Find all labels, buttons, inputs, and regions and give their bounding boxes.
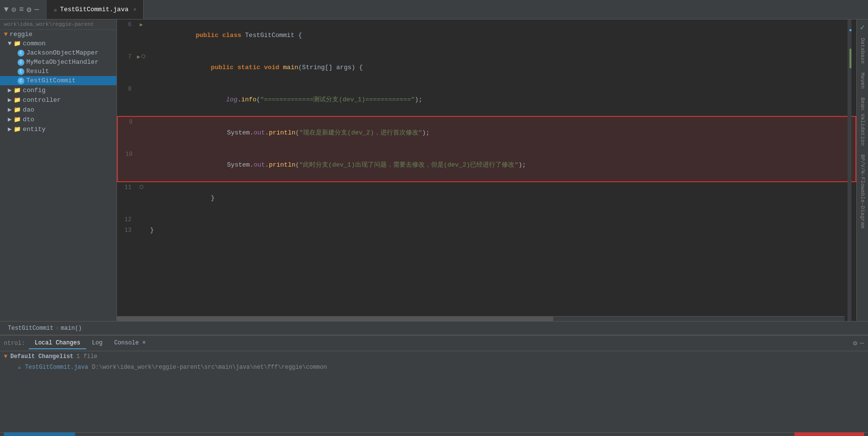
- breadcrumb-bar: TestGitCommit › main(): [0, 321, 868, 335]
- status-position[interactable]: 11:6: [631, 433, 655, 436]
- sidebar-item-mymetaobjecthandler[interactable]: C MyMetaObjectHandler: [0, 57, 116, 67]
- sidebar-item-dao[interactable]: ▶ 📁 dao: [0, 105, 116, 114]
- vertical-scrollbar[interactable]: [848, 19, 851, 321]
- status-build[interactable]: ⚒ Build: [118, 433, 151, 436]
- tab-label: TestGitCommit.java: [60, 6, 128, 13]
- changelist-count: 1 file: [76, 353, 97, 360]
- tab-bar: ☕ TestGitCommit.java ×: [47, 0, 144, 19]
- run-arrow-6[interactable]: ▶: [140, 19, 143, 30]
- tab-log[interactable]: Log: [86, 338, 109, 349]
- right-panel-flowable[interactable]: BP/V/N-Flowable-Diagram: [859, 151, 867, 232]
- line-gutter-6[interactable]: ▶: [136, 19, 146, 30]
- line-gutter-7[interactable]: ▶ ⬡: [136, 52, 146, 62]
- folder-collapse-icon: ▼: [8, 40, 12, 47]
- sidebar-label-dao: dao: [23, 106, 34, 114]
- sidebar-item-config[interactable]: ▶ 📁 config: [0, 85, 116, 95]
- status-event-log[interactable]: 🔔 Event Log: [744, 433, 794, 436]
- line-content-7: public static void main(String[] args) {: [148, 52, 856, 84]
- line-content-10: System.out.println("此时分支(dev_1)出现了问题，需要去…: [149, 149, 855, 181]
- code-line-7: 7 ▶ ⬡ public static void main(String[] a…: [117, 52, 856, 84]
- tab-local-changes[interactable]: Local Changes: [29, 338, 86, 349]
- sidebar-item-jacksonobjectmapper[interactable]: C JacksonObjectMapper: [0, 48, 116, 57]
- tab-console[interactable]: Console ×: [108, 338, 151, 349]
- line-content-11: }: [148, 182, 856, 214]
- change-marker: [849, 49, 851, 68]
- folder-icon-dto: 📁: [14, 116, 21, 123]
- sidebar-item-testgitcommit[interactable]: C TestGitCommit: [0, 76, 116, 85]
- status-java-enterprise[interactable]: ⊞ Java Enterprise: [151, 433, 219, 436]
- status-bar-right: commit dev_2 (3 minutes ago) 11:6 CRLF U…: [523, 433, 864, 436]
- horizontal-scrollbar[interactable]: [117, 316, 845, 321]
- right-panel-bean-validation[interactable]: Bean Validation: [859, 94, 867, 150]
- folder-icon-entity: 📁: [14, 126, 21, 133]
- sidebar-label-testgit: TestGitCommit: [26, 77, 75, 84]
- code-line-11: 11 ⬡ }: [117, 182, 856, 214]
- main-area: work\idea_work\reggie-parent ▼ reggie ▼ …: [0, 19, 868, 321]
- status-version-control[interactable]: ⎇ Version Control: [4, 433, 75, 436]
- dropdown-icon[interactable]: ▼: [4, 5, 9, 14]
- sidebar-label-jackson: JacksonObjectMapper: [26, 49, 98, 57]
- sidebar-item-result[interactable]: C Result: [0, 67, 116, 76]
- changelist-header[interactable]: ▼ Default Changelist 1 file: [0, 351, 868, 362]
- menu-icon[interactable]: ≡: [19, 5, 24, 14]
- status-line-ending[interactable]: CRLF: [655, 433, 679, 436]
- breadcrumb-class[interactable]: TestGitCommit: [8, 325, 54, 332]
- line-number-7: 7: [117, 52, 136, 62]
- line-number-13: 13: [117, 225, 136, 236]
- status-terminal[interactable]: ▣ Terminal: [75, 433, 118, 436]
- status-todo[interactable]: ≡ 6: TODO: [259, 433, 299, 436]
- bookmark-icon-7: ⬡: [141, 52, 146, 62]
- line-number-12: 12: [117, 214, 136, 225]
- status-indent[interactable]: 4 spaces: [706, 433, 744, 436]
- tab-close-button[interactable]: ×: [133, 7, 137, 13]
- checkmark-icon: ✓: [859, 21, 866, 33]
- changelist-file-row[interactable]: ☕ TestGitCommit.java D:\work\idea_work\r…: [0, 362, 868, 372]
- status-commit-info[interactable]: commit dev_2 (3 minutes ago): [523, 433, 631, 436]
- right-panel-maven[interactable]: Maven: [859, 69, 867, 93]
- right-panel: ✓ Database Maven Bean Validation BP/V/N-…: [856, 19, 868, 321]
- bookmark-icon-11: ⬡: [139, 182, 144, 193]
- sidebar-item-reggie[interactable]: ▼ reggie: [0, 30, 116, 39]
- java-icon-result: C: [18, 68, 24, 75]
- sync-icon[interactable]: ⊙: [12, 5, 17, 15]
- code-line-8: 8 log.info("=============测试分支(dev_1)====…: [117, 84, 856, 116]
- status-bar: ⎇ Version Control ▣ Terminal ⚒ Build ⊞ J…: [0, 432, 868, 436]
- breadcrumb-method[interactable]: main(): [61, 325, 82, 332]
- gear-icon-bottom[interactable]: ⚙: [853, 339, 857, 347]
- line-content-12: [148, 214, 856, 225]
- changelist-expand-icon[interactable]: ▼: [4, 353, 7, 360]
- minimize-icon[interactable]: —: [35, 5, 39, 14]
- close-icon-bottom[interactable]: —: [860, 339, 864, 347]
- folder-icon-controller: 📁: [14, 96, 21, 104]
- sidebar: work\idea_work\reggie-parent ▼ reggie ▼ …: [0, 19, 117, 321]
- folder-icon-common: 📁: [14, 40, 21, 47]
- top-bar: ▼ ⊙ ≡ ⚙ — ☕ TestGitCommit.java ×: [0, 0, 868, 19]
- status-encoding[interactable]: UTF-8: [679, 433, 706, 436]
- breadcrumb-sep: ›: [56, 325, 59, 332]
- line-content-6: public class TestGitCommit {: [148, 19, 856, 52]
- run-arrow-7[interactable]: ▶: [137, 52, 140, 62]
- sidebar-item-common[interactable]: ▼ 📁 common: [0, 39, 116, 48]
- right-panel-database[interactable]: Database: [859, 34, 867, 68]
- settings-icon[interactable]: ⚙: [27, 5, 32, 15]
- sidebar-item-entity[interactable]: ▶ 📁 entity: [0, 124, 116, 134]
- status-spring[interactable]: 🌿 Spring: [219, 433, 259, 436]
- folder-icon-config: 📁: [14, 87, 21, 94]
- code-editor[interactable]: 6 ▶ public class TestGitCommit { 7 ▶ ⬡: [117, 19, 856, 321]
- code-line-12: 12: [117, 214, 856, 225]
- folder-icon-dao: 📁: [14, 106, 21, 114]
- sidebar-root-label: reggie: [10, 31, 33, 38]
- sidebar-item-controller[interactable]: ▶ 📁 controller: [0, 95, 116, 105]
- line-content-8: log.info("=============测试分支(dev_1)======…: [148, 84, 856, 116]
- scrollbar-thumb-h[interactable]: [117, 317, 553, 321]
- sidebar-item-dto[interactable]: ▶ 📁 dto: [0, 114, 116, 124]
- file-type-icon: ☕: [18, 363, 21, 371]
- sidebar-label-controller: controller: [23, 96, 61, 104]
- status-git-branch[interactable]: Git: dev_2 ◎ 爱加油: [794, 433, 864, 436]
- java-tab-icon: ☕: [54, 6, 57, 13]
- tab-testgitcommit[interactable]: ☕ TestGitCommit.java ×: [47, 0, 144, 19]
- sidebar-label-result: Result: [26, 68, 49, 75]
- line-number-10: 10: [118, 149, 137, 160]
- line-number-8: 8: [117, 84, 136, 95]
- window-controls[interactable]: ▼ ⊙ ≡ ⚙ —: [4, 5, 39, 15]
